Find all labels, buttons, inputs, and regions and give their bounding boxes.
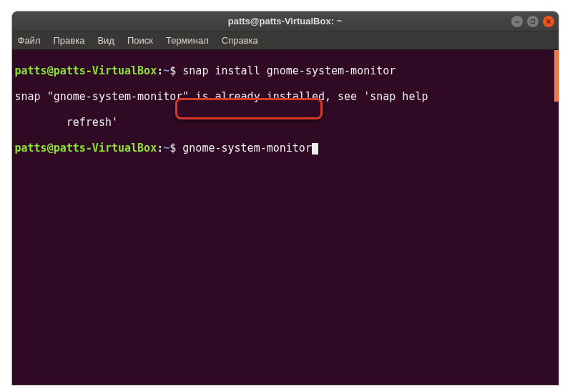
window-title: patts@patts-VirtualBox: ~ [228,16,342,26]
terminal-line: patts@patts-VirtualBox:~$ snap install g… [15,64,556,77]
prompt-colon: : [157,142,163,155]
titlebar[interactable]: patts@patts-VirtualBox: ~ [12,11,559,31]
menu-view[interactable]: Вид [97,35,114,46]
menubar: Файл Правка Вид Поиск Терминал Справка [12,31,559,50]
menu-edit[interactable]: Правка [53,35,84,46]
close-icon [546,19,551,24]
menu-file[interactable]: Файл [18,35,41,46]
prompt-path: ~ [163,64,169,77]
menu-search[interactable]: Поиск [127,35,153,46]
minimize-icon [514,19,520,24]
prompt-dollar: $ [169,64,176,77]
cursor [312,143,318,155]
terminal-line: snap "gnome-system-monitor" is already i… [15,90,556,103]
menu-terminal[interactable]: Терминал [166,35,209,46]
prompt-colon: : [157,64,163,77]
prompt-path: ~ [163,142,169,155]
terminal-output[interactable]: patts@patts-VirtualBox:~$ snap install g… [12,50,559,385]
terminal-window: patts@patts-VirtualBox: ~ Файл Правка Ви… [12,11,559,385]
terminal-line: refresh' [15,116,556,129]
command-text: gnome-system-monitor [176,142,312,155]
scrollbar-thumb[interactable] [554,50,559,102]
command-text: snap install gnome-system-monitor [176,64,395,77]
menu-help[interactable]: Справка [222,35,258,46]
maximize-icon [530,19,536,24]
close-button[interactable] [543,16,554,27]
svg-rect-1 [531,20,534,24]
prompt-user: patts@patts-VirtualBox [15,142,157,155]
minimize-button[interactable] [511,16,523,27]
prompt-dollar: $ [169,142,176,155]
maximize-button[interactable] [527,16,539,27]
window-controls [511,16,554,27]
prompt-user: patts@patts-VirtualBox [15,64,157,77]
terminal-line: patts@patts-VirtualBox:~$ gnome-system-m… [15,142,556,155]
